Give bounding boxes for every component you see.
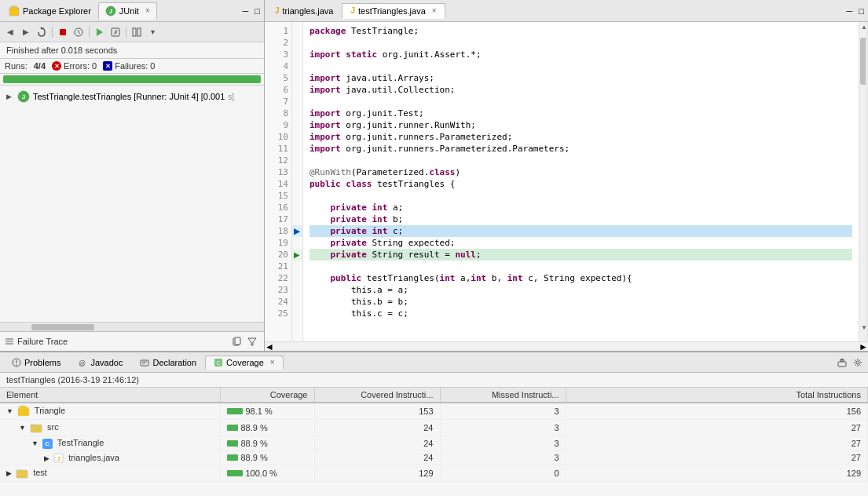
code-line-7 xyxy=(309,96,852,108)
covered-cell: 24 xyxy=(314,436,440,451)
tab-coverage[interactable]: C Coverage × xyxy=(205,356,284,370)
tab-javadoc[interactable]: @ Javadoc xyxy=(69,356,131,370)
svg-marker-7 xyxy=(97,28,103,36)
expand-testtriangle[interactable]: ▼ xyxy=(31,439,38,447)
code-line-8: import org.junit.Test; xyxy=(309,108,852,119)
errors-badge: ✕ Errors: 0 xyxy=(52,61,97,71)
expand-triangles-java[interactable]: ▶ xyxy=(44,454,49,462)
junit-controls: ◀ ▶ ✗ xyxy=(0,22,264,42)
element-cell: ▶ test xyxy=(0,465,220,482)
test-tree[interactable]: ▶ J TestTriangle.testTriangles [Runner: … xyxy=(0,86,264,322)
coverage-data-table: Element Coverage Covered Instructi... Mi… xyxy=(0,388,868,482)
run-all-btn[interactable] xyxy=(93,25,107,39)
bottom-tab-controls xyxy=(835,356,865,370)
top-area: Package Explorer J JUnit × ─ □ xyxy=(0,0,868,351)
missed-cell: 3 xyxy=(440,450,566,465)
code-line-4 xyxy=(309,60,852,72)
table-row[interactable]: ▼ Triangle 98.1 % xyxy=(0,403,868,420)
svg-text:✗: ✗ xyxy=(113,29,119,36)
h-scrollbar[interactable] xyxy=(0,322,264,331)
coverage-cell: 88.9 % xyxy=(220,420,314,436)
code-line-12 xyxy=(309,155,852,166)
coverage-export-btn[interactable] xyxy=(835,356,849,370)
code-content[interactable]: package TestTriangle; import static org.… xyxy=(303,22,859,341)
h-scroll-thumb[interactable] xyxy=(31,324,94,330)
problems-icon xyxy=(12,358,21,367)
svg-rect-39 xyxy=(16,470,22,472)
table-row[interactable]: ▼ src 88.9 % xyxy=(0,420,868,436)
package-explorer-icon xyxy=(9,5,20,16)
missed-cell: 3 xyxy=(440,420,566,436)
sep3 xyxy=(126,27,126,38)
test-folder-icon xyxy=(16,467,28,480)
runs-bar: Runs: 4/4 ✕ Errors: 0 ✕ Failures: 0 xyxy=(0,59,264,74)
table-row[interactable]: ▶ test 100.0 % xyxy=(0,465,868,482)
missed-cell: 3 xyxy=(440,403,566,420)
java-icon-2: J xyxy=(350,6,355,15)
junit-icon: J xyxy=(105,5,116,16)
code-line-18: private int c; xyxy=(309,225,852,237)
h-scroll-left[interactable]: ◄ xyxy=(265,341,274,352)
minimize-btn[interactable]: ─ xyxy=(240,6,251,16)
coverage-title: testTriangles (2016-3-19 21:46:12) xyxy=(6,375,139,385)
stop-btn[interactable] xyxy=(56,25,70,39)
coverage-cell: 88.9 % xyxy=(220,436,314,451)
tab-junit-close[interactable]: × xyxy=(145,6,150,15)
coverage-table[interactable]: Element Coverage Covered Instructi... Mi… xyxy=(0,388,868,496)
svg-rect-24 xyxy=(141,360,148,366)
h-scroll-right[interactable]: ► xyxy=(859,341,868,352)
svg-rect-1 xyxy=(11,6,17,9)
code-line-21 xyxy=(309,261,852,272)
table-row[interactable]: ▶ J triangles.java 88.9 % xyxy=(0,450,868,465)
editor-tab-bar: J triangles.java J testTriangles.java × … xyxy=(265,0,868,22)
code-line-17: private int b; xyxy=(309,213,852,225)
test-item-triangles[interactable]: ▶ J TestTriangle.testTriangles [Runner: … xyxy=(3,89,261,104)
layout-btn[interactable] xyxy=(130,25,144,39)
trace-controls xyxy=(229,334,259,348)
forward-btn[interactable]: ▶ xyxy=(19,25,33,39)
maximize-btn[interactable]: □ xyxy=(252,6,262,16)
sep1 xyxy=(52,27,53,38)
expand-triangle[interactable]: ▼ xyxy=(6,407,13,415)
col-coverage: Coverage xyxy=(220,388,314,403)
covered-cell: 153 xyxy=(314,403,440,420)
tab-problems[interactable]: Problems xyxy=(3,356,69,370)
java-icon-1: J xyxy=(275,6,280,15)
cov-bar-3 xyxy=(227,454,238,461)
errors-label: Errors: xyxy=(64,61,90,71)
test-item-time: s] xyxy=(228,93,234,101)
svg-text:J: J xyxy=(22,93,25,100)
expand-src[interactable]: ▼ xyxy=(19,424,26,432)
tab-declaration[interactable]: Declaration xyxy=(131,356,205,370)
editor-scrollbar[interactable]: ▲ ▼ xyxy=(859,22,868,341)
editor-maximize-btn[interactable]: □ xyxy=(856,6,866,16)
editor-minimize-btn[interactable]: ─ xyxy=(844,6,855,16)
trace-copy-btn[interactable] xyxy=(229,334,244,348)
tab-test-triangles-close[interactable]: × xyxy=(432,6,437,15)
trace-filter-btn[interactable] xyxy=(245,334,259,348)
history-btn[interactable] xyxy=(71,25,86,39)
tab-triangles-java[interactable]: J triangles.java xyxy=(266,3,342,19)
code-line-25: this.c = c; xyxy=(309,308,852,319)
tab-test-triangles-java[interactable]: J testTriangles.java × xyxy=(342,3,445,19)
fail-only-btn[interactable]: ✗ xyxy=(108,25,123,39)
tab-package-explorer[interactable]: Package Explorer xyxy=(2,2,98,20)
col-missed: Missed Instructi... xyxy=(440,388,566,403)
code-h-scrollbar[interactable]: ◄ ► xyxy=(265,341,868,351)
status-text: Finished after 0.018 seconds xyxy=(6,46,117,55)
coverage-settings-btn[interactable] xyxy=(851,356,865,370)
rerun-btn[interactable] xyxy=(35,25,49,39)
col-covered: Covered Instructi... xyxy=(314,388,440,403)
runs-count: 4/4 xyxy=(34,61,46,71)
back-btn[interactable]: ◀ xyxy=(3,25,17,39)
expand-test[interactable]: ▶ xyxy=(6,469,12,477)
failures-count: 0 xyxy=(150,61,155,71)
table-row[interactable]: ▼ C TestTriangle 88.9 % 24 3 27 xyxy=(0,436,868,451)
code-line-3: import static org.junit.Assert.*; xyxy=(309,49,852,60)
error-icon: ✕ xyxy=(52,61,61,71)
tab-coverage-close[interactable]: × xyxy=(270,358,275,367)
more-btn[interactable]: ▾ xyxy=(145,25,159,39)
missed-cell: 3 xyxy=(440,436,566,451)
tab-junit[interactable]: J JUnit × xyxy=(98,2,157,20)
total-cell: 129 xyxy=(566,465,868,482)
